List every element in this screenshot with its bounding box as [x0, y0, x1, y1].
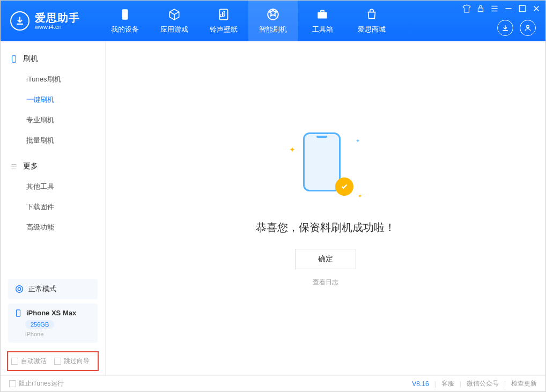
download-button[interactable] [497, 20, 513, 36]
checkbox-auto-activate[interactable]: 自动激活 [11, 357, 47, 366]
svg-point-7 [527, 25, 529, 28]
sidebar: 刷机 iTunes刷机 一键刷机 专业刷机 批量刷机 更多 其他工具 下载固件 … [1, 41, 106, 375]
sidebar-item-download-firmware[interactable]: 下载固件 [1, 197, 105, 217]
checkbox-skip-guide[interactable]: 跳过向导 [54, 357, 90, 366]
logo-area: 爱思助手 www.i4.cn [1, 11, 90, 31]
user-button[interactable] [520, 20, 536, 36]
nav-label: 我的设备 [111, 25, 139, 34]
device-mode-box[interactable]: 正常模式 [8, 279, 98, 299]
app-logo-text: 爱思助手 www.i4.cn [35, 12, 80, 30]
nav-ringtones-wallpapers[interactable]: 铃声壁纸 [199, 1, 248, 41]
svg-rect-0 [122, 9, 128, 20]
sidebar-header-more: 更多 [1, 156, 105, 176]
nav-label: 爱思商城 [358, 25, 386, 34]
footer-wechat-link[interactable]: 微信公众号 [467, 379, 499, 388]
sparkle-icon: ✦ [289, 145, 296, 154]
device-info-box[interactable]: iPhone XS Max 256GB iPhone [8, 304, 98, 343]
confirm-button[interactable]: 确定 [295, 249, 356, 269]
nav-store[interactable]: 爱思商城 [347, 1, 396, 41]
svg-rect-5 [478, 8, 483, 12]
app-name-cn: 爱思助手 [35, 12, 80, 24]
checkbox-label: 自动激活 [21, 357, 47, 366]
sidebar-item-itunes-flash[interactable]: iTunes刷机 [1, 69, 105, 90]
sparkle-icon: ✦ [358, 193, 362, 199]
svg-rect-6 [519, 5, 525, 11]
device-type: iPhone [25, 331, 91, 337]
sidebar-header-label: 更多 [23, 161, 38, 171]
footer: 阻止iTunes运行 V8.16 | 客服 | 微信公众号 | 检查更新 [1, 375, 545, 391]
nav-label: 应用游戏 [160, 25, 188, 34]
minimize-button[interactable] [504, 4, 513, 13]
header: 爱思助手 www.i4.cn 我的设备 应用游戏 铃声壁纸 智能刷机 工具箱 爱… [1, 1, 545, 41]
checkbox-label: 跳过向导 [64, 357, 90, 366]
sidebar-header-label: 刷机 [23, 54, 38, 64]
svg-rect-3 [318, 12, 327, 19]
refresh-icon [14, 284, 24, 294]
sparkle-icon: ✦ [356, 138, 360, 144]
success-message: 恭喜您，保资料刷机成功啦！ [256, 220, 395, 235]
body: 刷机 iTunes刷机 一键刷机 专业刷机 批量刷机 更多 其他工具 下载固件 … [1, 41, 545, 375]
footer-support-link[interactable]: 客服 [441, 379, 454, 388]
nav-label: 智能刷机 [259, 25, 287, 34]
nav-my-device[interactable]: 我的设备 [100, 1, 150, 41]
sidebar-item-other-tools[interactable]: 其他工具 [1, 176, 105, 197]
checkbox-box [11, 358, 18, 365]
nav-smart-flash[interactable]: 智能刷机 [248, 1, 298, 41]
checkbox-box [54, 358, 61, 365]
view-log-link[interactable]: 查看日志 [313, 278, 338, 287]
svg-rect-8 [12, 56, 16, 62]
device-capacity-badge: 256GB [25, 320, 54, 329]
header-right-buttons [497, 20, 536, 36]
app-logo-icon [10, 11, 29, 31]
footer-update-link[interactable]: 检查更新 [511, 379, 537, 388]
shirt-icon[interactable] [462, 4, 471, 13]
lock-icon[interactable] [476, 4, 485, 13]
nav-apps-games[interactable]: 应用游戏 [150, 1, 199, 41]
sidebar-item-advanced[interactable]: 高级功能 [1, 217, 105, 238]
device-phone-icon [14, 309, 22, 317]
svg-rect-4 [321, 10, 324, 12]
version-label: V8.16 [412, 380, 429, 388]
sidebar-header-flash: 刷机 [1, 49, 105, 69]
success-illustration: ✦ ✦ ✦ [288, 130, 363, 205]
phone-icon [10, 55, 18, 63]
svg-point-9 [16, 286, 23, 293]
checkbox-row-highlighted: 自动激活 跳过向导 [7, 351, 99, 371]
device-name: iPhone XS Max [26, 309, 76, 317]
app-name-en: www.i4.cn [35, 24, 80, 30]
main-content: ✦ ✦ ✦ 恭喜您，保资料刷机成功啦！ 确定 查看日志 [106, 41, 545, 375]
sidebar-item-batch-flash[interactable]: 批量刷机 [1, 130, 105, 151]
close-button[interactable] [532, 4, 541, 13]
checkbox-label: 阻止iTunes运行 [19, 379, 64, 388]
nav-toolbox[interactable]: 工具箱 [298, 1, 347, 41]
maximize-button[interactable] [518, 4, 527, 13]
check-badge-icon [335, 177, 353, 196]
checkbox-box [9, 380, 16, 387]
sidebar-item-oneclick-flash[interactable]: 一键刷机 [1, 90, 105, 110]
sidebar-item-pro-flash[interactable]: 专业刷机 [1, 110, 105, 130]
nav-label: 铃声壁纸 [210, 25, 238, 34]
list-icon [10, 162, 18, 170]
device-mode-label: 正常模式 [28, 284, 56, 294]
phone-icon [303, 132, 341, 191]
window-controls [462, 4, 541, 13]
nav-label: 工具箱 [312, 25, 333, 34]
menu-icon[interactable] [490, 4, 499, 13]
footer-right: V8.16 | 客服 | 微信公众号 | 检查更新 [412, 379, 537, 388]
top-nav: 我的设备 应用游戏 铃声壁纸 智能刷机 工具箱 爱思商城 [100, 1, 396, 41]
checkbox-block-itunes[interactable]: 阻止iTunes运行 [9, 379, 64, 388]
footer-left: 阻止iTunes运行 [9, 379, 64, 388]
svg-rect-10 [17, 309, 20, 316]
device-name-row: iPhone XS Max [14, 309, 91, 317]
